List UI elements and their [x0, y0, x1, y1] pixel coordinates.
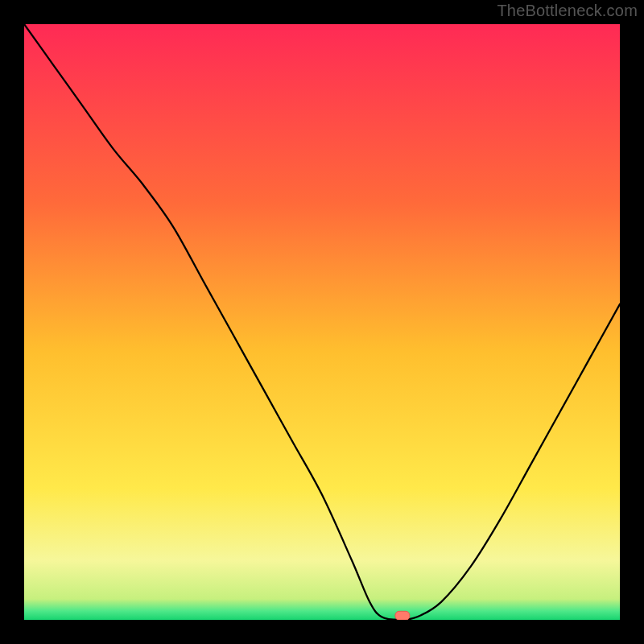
plot-area [24, 24, 620, 620]
bottleneck-chart [24, 24, 620, 620]
watermark-text: TheBottleneck.com [497, 2, 638, 20]
chart-background-gradient [24, 24, 620, 620]
outer-frame: TheBottleneck.com [0, 0, 644, 644]
optimal-point-marker [395, 611, 410, 620]
